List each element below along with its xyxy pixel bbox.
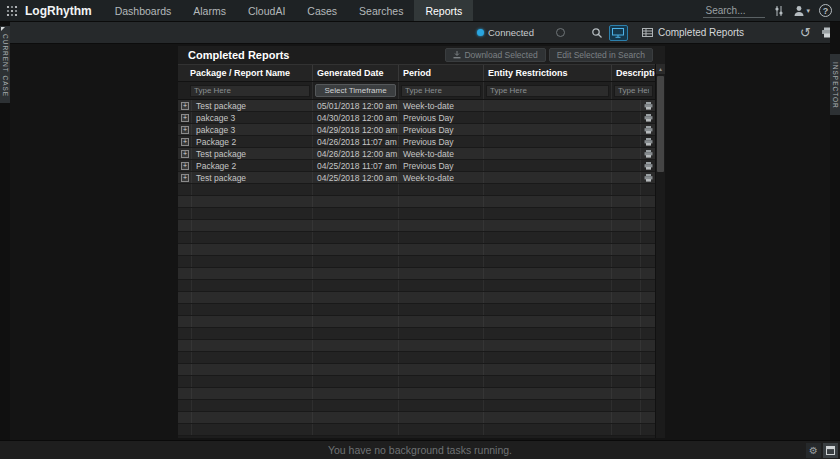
period-cell: Previous Day	[399, 124, 484, 135]
generated-date-cell	[313, 400, 399, 411]
select-timeframe-button[interactable]: Select Timeframe	[315, 84, 396, 97]
period-cell	[399, 244, 484, 255]
entity-restrictions-cell	[484, 328, 612, 339]
user-icon	[793, 5, 805, 17]
search-reports-button[interactable]	[591, 27, 603, 39]
reports-view-button[interactable]	[609, 25, 628, 41]
nav-item-cases[interactable]: Cases	[296, 0, 348, 21]
expand-row-button[interactable]: +	[178, 160, 192, 171]
printer-icon	[644, 174, 653, 182]
report-row[interactable]: +pakcage 304/29/2018 12:00 amPrevious Da…	[178, 124, 655, 136]
package-name-cell	[192, 304, 313, 315]
expand-row-button[interactable]: +	[178, 112, 192, 123]
filter-description-input[interactable]	[614, 85, 653, 97]
empty-row	[178, 256, 655, 268]
report-row[interactable]: +Package 204/25/2018 11:07 amPrevious Da…	[178, 160, 655, 172]
filter-package-name-input[interactable]	[190, 85, 310, 97]
expand-cell	[178, 364, 192, 375]
inspector-tab[interactable]: INSPECTOR	[830, 54, 840, 115]
scrollbar-thumb[interactable]	[657, 76, 664, 172]
column-header-package-name[interactable]: Package / Report Name	[178, 65, 313, 81]
report-row[interactable]: +Test package04/26/2018 12:00 amWeek-to-…	[178, 148, 655, 160]
print-report-button[interactable]	[641, 148, 655, 159]
generated-date-cell	[313, 424, 399, 435]
period-cell	[399, 400, 484, 411]
panel-header: Completed Reports Download Selected Edit…	[178, 46, 665, 64]
nav-item-dashboards[interactable]: Dashboards	[104, 0, 183, 21]
search-input[interactable]	[703, 4, 765, 18]
expand-cell	[178, 196, 192, 207]
description-cell	[612, 220, 641, 231]
package-name-cell	[192, 340, 313, 351]
entity-restrictions-cell	[484, 340, 612, 351]
generated-date-cell	[313, 292, 399, 303]
expand-row-button[interactable]: +	[178, 148, 192, 159]
entity-restrictions-cell	[484, 112, 612, 123]
column-header-generated-date[interactable]: Generated Date	[313, 65, 399, 81]
entity-restrictions-cell	[484, 316, 612, 327]
download-selected-button[interactable]: Download Selected	[445, 48, 545, 62]
package-name-cell	[192, 208, 313, 219]
connection-status[interactable]: Connected	[477, 27, 534, 38]
package-name-cell	[192, 184, 313, 195]
empty-row	[178, 352, 655, 364]
report-row[interactable]: +Test package05/01/2018 12:00 amWeek-to-…	[178, 100, 655, 112]
status-circle-icon[interactable]	[556, 28, 565, 37]
edit-selected-button[interactable]: Edit Selected in Search	[549, 48, 653, 62]
user-menu-button[interactable]: ▾	[793, 5, 810, 17]
sliders-icon[interactable]	[774, 5, 784, 17]
nav-item-searches[interactable]: Searches	[348, 0, 414, 21]
nav-item-reports[interactable]: Reports	[414, 0, 473, 21]
refresh-button[interactable]: ↺	[800, 27, 811, 39]
expand-row-button[interactable]: +	[178, 124, 192, 135]
print-report-button[interactable]	[641, 124, 655, 135]
column-header-entity-restrictions[interactable]: Entity Restrictions	[484, 65, 612, 81]
status-message: You have no background tasks running.	[328, 444, 512, 456]
report-row[interactable]: +Test package04/25/2018 12:00 amWeek-to-…	[178, 172, 655, 184]
action-cell	[641, 256, 655, 267]
column-header-period[interactable]: Period	[399, 65, 484, 81]
view-tab-completed-reports[interactable]: Completed Reports	[642, 27, 744, 38]
panel-toggle-icon[interactable]	[823, 443, 838, 458]
scroll-up-icon[interactable]: ▲	[656, 64, 665, 74]
period-cell	[399, 232, 484, 243]
gear-icon[interactable]: ⚙	[806, 443, 821, 458]
logrhythm-app: LogRhythm Dashboards Alarms CloudAI Case…	[0, 0, 840, 459]
empty-row	[178, 316, 655, 328]
current-case-tab[interactable]: CURRENT CASE	[0, 26, 10, 103]
period-cell: Week-to-date	[399, 148, 484, 159]
filter-entity-input[interactable]	[486, 85, 609, 97]
period-cell	[399, 340, 484, 351]
print-report-button[interactable]	[641, 160, 655, 171]
print-report-button[interactable]	[641, 172, 655, 183]
reports-toolbar: Connected Completed Reports	[0, 22, 840, 44]
entity-restrictions-cell	[484, 100, 612, 111]
entity-restrictions-cell	[484, 232, 612, 243]
filter-period-input[interactable]	[401, 85, 481, 97]
print-report-button[interactable]	[641, 100, 655, 111]
help-icon[interactable]: ?	[819, 4, 832, 17]
package-name-cell	[192, 388, 313, 399]
expand-row-button[interactable]: +	[178, 100, 192, 111]
action-cell	[641, 316, 655, 327]
entity-restrictions-cell	[484, 220, 612, 231]
nav-item-alarms[interactable]: Alarms	[182, 0, 237, 21]
nav-item-cloudai[interactable]: CloudAI	[237, 0, 296, 21]
expand-row-button[interactable]: +	[178, 172, 192, 183]
vertical-scrollbar[interactable]: ▲	[655, 64, 665, 438]
column-header-description[interactable]: Description	[612, 65, 655, 81]
report-row[interactable]: +Package 204/26/2018 11:07 amPrevious Da…	[178, 136, 655, 148]
description-cell	[612, 280, 641, 291]
download-icon	[453, 51, 461, 59]
generated-date-cell	[313, 376, 399, 387]
period-cell	[399, 268, 484, 279]
generated-date-cell	[313, 328, 399, 339]
empty-row	[178, 364, 655, 376]
print-report-button[interactable]	[641, 136, 655, 147]
description-cell	[612, 424, 641, 435]
expand-cell	[178, 280, 192, 291]
empty-row	[178, 400, 655, 412]
print-report-button[interactable]	[641, 112, 655, 123]
report-row[interactable]: +pakcage 304/30/2018 12:00 amPrevious Da…	[178, 112, 655, 124]
expand-row-button[interactable]: +	[178, 136, 192, 147]
